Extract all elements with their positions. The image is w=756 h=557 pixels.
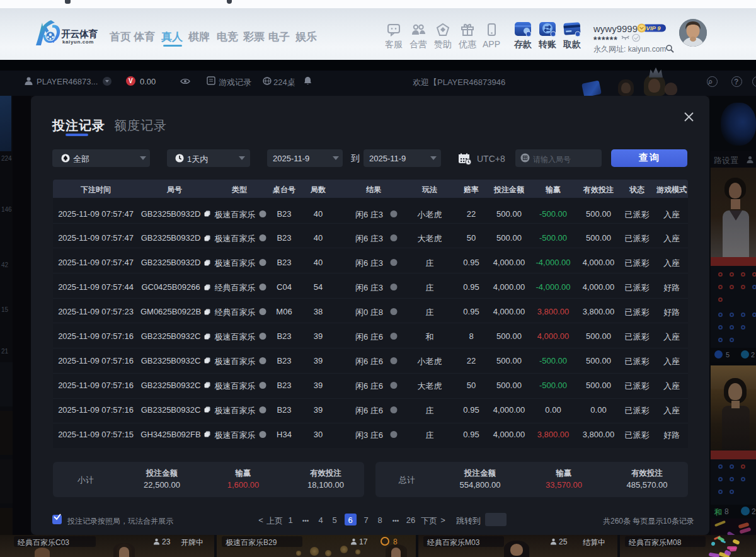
svg-text:VIP 9: VIP 9 (646, 25, 662, 32)
